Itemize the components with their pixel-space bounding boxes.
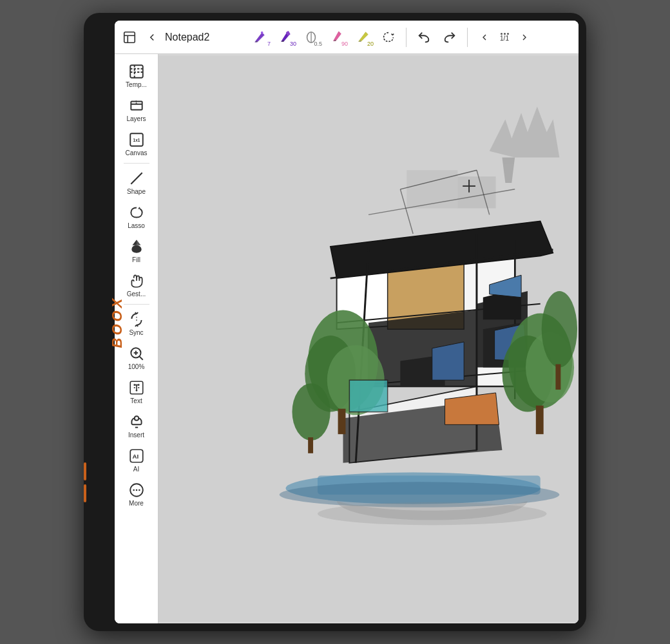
svg-text:1: 1 <box>135 100 137 104</box>
toolbar-left: Notepad2 <box>120 28 210 46</box>
ai-label: AI <box>133 466 139 473</box>
side-buttons <box>84 462 88 502</box>
sidebar-item-shape[interactable]: Shape <box>117 166 156 199</box>
svg-text:1x1: 1x1 <box>133 138 140 142</box>
sidebar-item-more[interactable]: More <box>117 478 156 511</box>
svg-point-21 <box>133 387 135 388</box>
sidebar-item-fill[interactable]: Fill <box>117 234 156 267</box>
svg-point-1 <box>261 31 263 33</box>
screen: Notepad2 7 <box>115 21 579 623</box>
svg-rect-63 <box>349 380 387 412</box>
svg-rect-67 <box>536 406 544 434</box>
drawing-svg <box>158 54 579 623</box>
lasso-label: Lasso <box>128 222 145 229</box>
marker-tool[interactable]: 90 <box>327 29 347 46</box>
lasso-select-tool[interactable] <box>379 29 398 46</box>
svg-point-28 <box>135 489 137 491</box>
svg-rect-32 <box>457 176 495 208</box>
svg-rect-69 <box>555 365 560 390</box>
home-button[interactable] <box>120 29 139 46</box>
svg-point-61 <box>292 383 330 440</box>
side-btn-2[interactable] <box>84 484 86 502</box>
divider-2 <box>467 28 468 47</box>
undo-button[interactable] <box>414 29 434 46</box>
svg-point-27 <box>133 489 135 491</box>
sidebar-divider-1 <box>124 163 149 164</box>
svg-point-20 <box>137 384 139 386</box>
svg-marker-49 <box>432 342 464 380</box>
sidebar-item-layers[interactable]: 1 Layers <box>117 93 156 126</box>
redo-button[interactable] <box>440 29 459 46</box>
svg-point-68 <box>542 291 577 368</box>
svg-rect-31 <box>407 170 457 208</box>
brand-label: BOOX <box>109 296 126 348</box>
svg-rect-5 <box>130 65 143 78</box>
page-prev-button[interactable] <box>475 28 493 46</box>
page-next-button[interactable] <box>515 28 533 46</box>
device-frame: BOOX <box>84 13 586 631</box>
svg-point-29 <box>139 489 140 491</box>
main-area: Temp... 1 Layers 1x1 <box>115 54 579 623</box>
sidebar-item-text[interactable]: Text <box>117 375 156 408</box>
sidebar-item-ai[interactable]: AI AI <box>117 444 156 477</box>
canvas-area[interactable] <box>158 54 579 623</box>
svg-line-13 <box>139 356 142 359</box>
side-btn-1[interactable] <box>84 462 86 480</box>
toolbar-center: 7 30 0.5 <box>210 28 573 47</box>
shape-label: Shape <box>127 188 146 195</box>
gesture-label: Gest... <box>127 290 146 298</box>
sidebar-item-canvas[interactable]: 1x1 Canvas <box>117 128 156 160</box>
more-label: More <box>129 500 144 507</box>
svg-rect-60 <box>338 409 346 435</box>
notebook-title: Notepad2 <box>165 32 209 43</box>
template-label: Temp... <box>126 81 147 88</box>
svg-text:AI: AI <box>132 453 139 460</box>
page-indicator: 1/1 <box>500 33 509 42</box>
svg-point-22 <box>138 387 139 388</box>
pen1-tool[interactable]: 7 <box>250 29 269 46</box>
sidebar-item-insert[interactable]: Insert <box>117 410 156 442</box>
svg-line-10 <box>131 173 142 184</box>
fill-label: Fill <box>132 256 140 263</box>
sidebar-item-template[interactable]: Temp... <box>117 59 156 92</box>
sidebar-item-lasso[interactable]: Lasso <box>117 200 156 233</box>
sidebar-divider-2 <box>124 304 149 305</box>
svg-point-76 <box>318 502 547 526</box>
text-label: Text <box>130 397 142 404</box>
back-button[interactable] <box>143 28 161 46</box>
divider-1 <box>406 28 407 47</box>
pencil-tool[interactable]: 20 <box>353 29 372 46</box>
insert-label: Insert <box>128 431 144 439</box>
canvas-label: Canvas <box>126 149 148 156</box>
svg-rect-62 <box>308 437 313 453</box>
layers-label: Layers <box>126 115 146 122</box>
svg-point-23 <box>135 390 137 392</box>
zoom-label: 100% <box>128 363 145 370</box>
sync-label: Sync <box>129 329 143 336</box>
page-number: 1/1 <box>500 35 509 42</box>
svg-rect-0 <box>124 32 135 43</box>
eraser-tool[interactable]: 0.5 <box>302 29 321 46</box>
svg-point-19 <box>133 384 135 386</box>
toolbar: Notepad2 7 <box>115 21 579 54</box>
pen2-tool[interactable]: 30 <box>276 29 295 46</box>
